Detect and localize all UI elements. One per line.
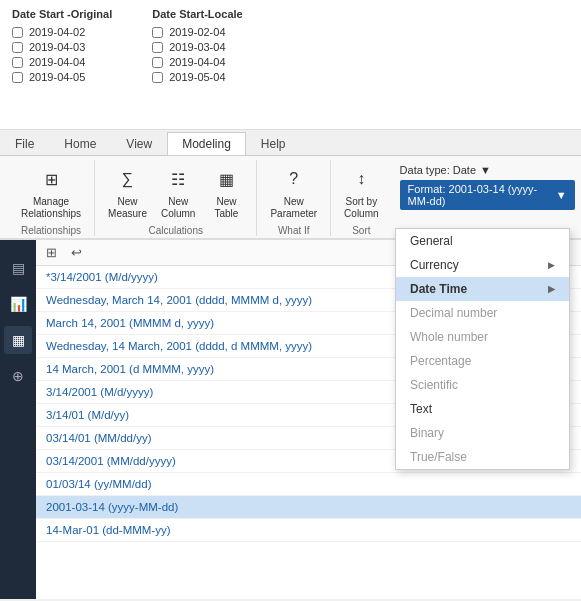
table-row: 2019-03-04 bbox=[152, 41, 242, 53]
datatype-text: Data type: Date bbox=[400, 164, 476, 176]
table-row: 2019-05-04 bbox=[152, 71, 242, 83]
cell-value: 2019-04-03 bbox=[29, 41, 85, 53]
new-column-btn[interactable]: ☷New Column bbox=[156, 162, 200, 223]
submenu-arrow-icon: ▶ bbox=[548, 284, 555, 294]
table-row: 2019-02-04 bbox=[152, 26, 242, 38]
format-label: Format: 2001-03-14 (yyyy-MM-dd) bbox=[408, 183, 556, 207]
dropdown-item-percentage[interactable]: Percentage bbox=[396, 349, 569, 373]
group-label: Calculations bbox=[148, 225, 202, 236]
btn-label: New Column bbox=[161, 196, 195, 220]
col1-header: Date Start -Original bbox=[12, 8, 112, 20]
ribbon-tabs: FileHomeViewModelingHelp bbox=[0, 130, 581, 156]
btn-icon: ↕ bbox=[347, 165, 375, 193]
btn-label: New Measure bbox=[108, 196, 147, 220]
ribbon-tab-help[interactable]: Help bbox=[246, 132, 301, 155]
dropdown-item-date-time[interactable]: Date Time▶ bbox=[396, 277, 569, 301]
row-checkbox[interactable] bbox=[12, 27, 23, 38]
cell-value: 2019-04-02 bbox=[29, 26, 85, 38]
ribbon-group-relationships: ⊞Manage RelationshipsRelationships bbox=[8, 160, 95, 236]
table-row: 2019-04-03 bbox=[12, 41, 112, 53]
btn-label: Manage Relationships bbox=[21, 196, 81, 220]
btn-label: New Table bbox=[214, 196, 238, 220]
dropdown-item-label: Whole number bbox=[410, 330, 488, 344]
format-dropdown[interactable]: Format: 2001-03-14 (yyyy-MM-dd) ▼ bbox=[400, 180, 575, 210]
ribbon-tab-modeling[interactable]: Modeling bbox=[167, 132, 246, 155]
datatype-label[interactable]: Data type: Date ▼ bbox=[400, 164, 574, 176]
cell-value: 2019-04-04 bbox=[29, 56, 85, 68]
dropdown-item-label: True/False bbox=[410, 450, 467, 464]
btn-icon: ☷ bbox=[164, 165, 192, 193]
cell-value: 2019-02-04 bbox=[169, 26, 225, 38]
new-measure-btn[interactable]: ∑New Measure bbox=[103, 162, 152, 223]
submenu-arrow-icon: ▶ bbox=[548, 260, 555, 270]
ribbon: FileHomeViewModelingHelp ⊞Manage Relatio… bbox=[0, 130, 581, 240]
cell-value: 2019-05-04 bbox=[169, 71, 225, 83]
btn-icon: ▦ bbox=[212, 165, 240, 193]
btn-label: Sort by Column bbox=[344, 196, 378, 220]
cell-value: 2019-04-04 bbox=[169, 56, 225, 68]
ribbon-group-sort: ↕Sort by ColumnSort bbox=[331, 160, 391, 236]
list-item[interactable]: 14-Mar-01 (dd-MMM-yy) bbox=[36, 519, 581, 542]
ribbon-tab-view[interactable]: View bbox=[111, 132, 167, 155]
dropdown-item-true/false[interactable]: True/False bbox=[396, 445, 569, 469]
top-data-area: Date Start -Original 2019-04-022019-04-0… bbox=[0, 0, 581, 130]
dropdown-item-scientific[interactable]: Scientific bbox=[396, 373, 569, 397]
row-checkbox[interactable] bbox=[152, 42, 163, 53]
group-label: Relationships bbox=[21, 225, 81, 236]
dropdown-item-decimal-number[interactable]: Decimal number bbox=[396, 301, 569, 325]
row-checkbox[interactable] bbox=[152, 72, 163, 83]
table-row: 2019-04-02 bbox=[12, 26, 112, 38]
dropdown-item-label: Decimal number bbox=[410, 306, 497, 320]
ribbon-group-calculations: ∑New Measure☷New Column▦New TableCalcula… bbox=[95, 160, 257, 236]
cell-value: 2019-03-04 bbox=[169, 41, 225, 53]
cell-value: 2019-04-05 bbox=[29, 71, 85, 83]
table-row: 2019-04-04 bbox=[12, 56, 112, 68]
dropdown-item-label: General bbox=[410, 234, 453, 248]
toolbar-undo-icon[interactable]: ↩ bbox=[67, 243, 86, 262]
row-checkbox[interactable] bbox=[12, 42, 23, 53]
format-dropdown-menu: GeneralCurrency▶Date Time▶Decimal number… bbox=[395, 228, 570, 470]
dropdown-item-label: Scientific bbox=[410, 378, 458, 392]
format-arrow: ▼ bbox=[556, 189, 567, 201]
list-item[interactable]: 01/03/14 (yy/MM/dd) bbox=[36, 473, 581, 496]
ribbon-tab-file[interactable]: File bbox=[0, 132, 49, 155]
new-table-btn[interactable]: ▦New Table bbox=[204, 162, 248, 223]
row-checkbox[interactable] bbox=[152, 57, 163, 68]
dropdown-item-label: Currency bbox=[410, 258, 459, 272]
ribbon-group-what-if: ?New ParameterWhat If bbox=[257, 160, 331, 236]
relationship-view-icon[interactable]: ⊕ bbox=[4, 362, 32, 390]
table-row: 2019-04-05 bbox=[12, 71, 112, 83]
manage-relationships-btn[interactable]: ⊞Manage Relationships bbox=[16, 162, 86, 223]
datatype-arrow: ▼ bbox=[480, 164, 491, 176]
btn-icon: ⊞ bbox=[37, 165, 65, 193]
group-label: What If bbox=[278, 225, 310, 236]
table-row: 2019-04-04 bbox=[152, 56, 242, 68]
btn-label: New Parameter bbox=[270, 196, 317, 220]
dropdown-item-whole-number[interactable]: Whole number bbox=[396, 325, 569, 349]
list-item[interactable]: 2001-03-14 (yyyy-MM-dd) bbox=[36, 496, 581, 519]
dropdown-item-label: Binary bbox=[410, 426, 444, 440]
new-parameter-btn[interactable]: ?New Parameter bbox=[265, 162, 322, 223]
row-checkbox[interactable] bbox=[152, 27, 163, 38]
dropdown-item-text[interactable]: Text bbox=[396, 397, 569, 421]
dropdown-item-binary[interactable]: Binary bbox=[396, 421, 569, 445]
ribbon-format-panel: Data type: Date ▼ Format: 2001-03-14 (yy… bbox=[392, 160, 581, 236]
btn-icon: ? bbox=[280, 165, 308, 193]
row-checkbox[interactable] bbox=[12, 72, 23, 83]
dropdown-item-label: Percentage bbox=[410, 354, 471, 368]
group-label: Sort bbox=[352, 225, 370, 236]
btn-icon: ∑ bbox=[114, 165, 142, 193]
toolbar-refresh-icon[interactable]: ⊞ bbox=[42, 243, 61, 262]
ribbon-tab-home[interactable]: Home bbox=[49, 132, 111, 155]
table-view-icon[interactable]: ▤ bbox=[4, 254, 32, 282]
dropdown-item-currency[interactable]: Currency▶ bbox=[396, 253, 569, 277]
sidebar: ▤📊▦⊕ bbox=[0, 240, 36, 599]
grid-view-icon[interactable]: ▦ bbox=[4, 326, 32, 354]
sort-by-column-btn[interactable]: ↕Sort by Column bbox=[339, 162, 383, 223]
dropdown-item-general[interactable]: General bbox=[396, 229, 569, 253]
dropdown-item-label: Date Time bbox=[410, 282, 467, 296]
dropdown-item-label: Text bbox=[410, 402, 432, 416]
chart-view-icon[interactable]: 📊 bbox=[4, 290, 32, 318]
row-checkbox[interactable] bbox=[12, 57, 23, 68]
col2-header: Date Start-Locale bbox=[152, 8, 242, 20]
